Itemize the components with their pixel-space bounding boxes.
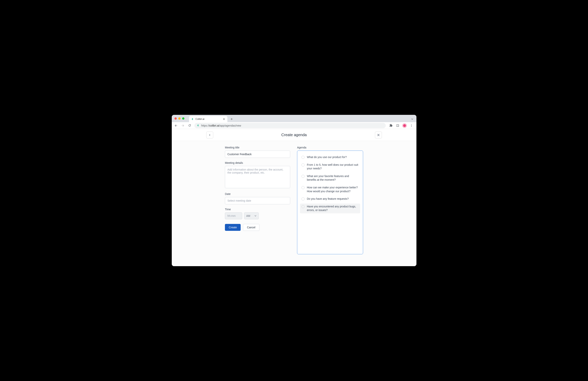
page-close-button[interactable] xyxy=(375,132,382,138)
agenda-item[interactable]: Do you have any feature requests? xyxy=(300,196,360,202)
agenda-item-text: From 1 to 5, how well does our product s… xyxy=(307,163,359,171)
agenda-column: Agenda What do you use our product for?F… xyxy=(297,146,363,254)
browser-window: Colibri.ai https://colibri.ai/app/agenda… xyxy=(172,115,417,266)
create-button[interactable]: Create xyxy=(225,224,241,231)
window-controls xyxy=(174,117,184,120)
date-label: Date xyxy=(225,192,290,196)
panel-icon[interactable] xyxy=(396,124,399,128)
agenda-item[interactable]: Have you encountered any product bugs, e… xyxy=(300,203,360,213)
extension-icons xyxy=(388,123,415,128)
agenda-item-radio[interactable] xyxy=(301,163,305,166)
meeting-details-label: Meeting details xyxy=(225,161,290,164)
agenda-item-radio[interactable] xyxy=(301,156,305,159)
agenda-item[interactable]: What are your favorite features and bene… xyxy=(300,173,360,183)
am-pm-value: AM xyxy=(246,214,250,217)
page-title: Create agenda xyxy=(281,133,307,137)
nav-back-button[interactable] xyxy=(174,123,178,128)
browser-toolbar: https://colibri.ai/app/agendas/new xyxy=(172,122,417,129)
url-favicon xyxy=(197,124,200,127)
agenda-item-radio[interactable] xyxy=(301,205,305,208)
svg-point-2 xyxy=(411,124,412,125)
colibri-favicon xyxy=(191,117,194,121)
svg-rect-0 xyxy=(397,124,399,127)
agenda-label: Agenda xyxy=(297,146,363,149)
agenda-item-text: What are your favorite features and bene… xyxy=(307,174,359,182)
form-container: Meeting title Meeting details Date Time xyxy=(223,146,365,254)
page-header: Create agenda xyxy=(172,129,417,141)
agenda-item[interactable]: What do you use our product for? xyxy=(300,154,360,160)
meeting-title-input[interactable] xyxy=(225,151,290,158)
meeting-details-field-group: Meeting details xyxy=(225,161,290,189)
button-row: Create Cancel xyxy=(225,224,290,231)
agenda-item-text: Do you have any feature requests? xyxy=(307,197,349,201)
chevron-down-icon xyxy=(254,215,257,217)
agenda-item-radio[interactable] xyxy=(301,175,305,178)
svg-point-4 xyxy=(411,126,412,127)
nav-forward-button[interactable] xyxy=(181,123,185,128)
browser-tab[interactable]: Colibri.ai xyxy=(189,116,227,122)
meeting-title-label: Meeting title xyxy=(225,146,290,149)
extensions-icon[interactable] xyxy=(389,124,393,128)
agenda-item-radio[interactable] xyxy=(301,186,305,189)
nav-reload-button[interactable] xyxy=(188,123,192,128)
form-left-column: Meeting title Meeting details Date Time xyxy=(225,146,290,254)
window-maximize-button[interactable] xyxy=(182,117,184,120)
browser-tab-strip: Colibri.ai xyxy=(172,115,417,122)
url-text: https://colibri.ai/app/agendas/new xyxy=(201,124,241,127)
agenda-item-text: Have you encountered any product bugs, e… xyxy=(307,205,359,212)
agenda-item[interactable]: How can we make your experience better? … xyxy=(300,184,360,194)
agenda-item-text: How can we make your experience better? … xyxy=(307,186,359,193)
time-field-group: Time AM xyxy=(225,208,290,219)
profile-avatar[interactable] xyxy=(402,123,407,128)
time-label: Time xyxy=(225,208,290,211)
cancel-button[interactable]: Cancel xyxy=(243,224,259,231)
browser-menu-icon[interactable] xyxy=(410,124,413,128)
new-tab-button[interactable] xyxy=(229,116,234,122)
tab-close-icon[interactable] xyxy=(222,117,226,121)
window-minimize-button[interactable] xyxy=(178,117,181,120)
page-back-button[interactable] xyxy=(206,132,213,138)
agenda-box[interactable]: What do you use our product for?From 1 t… xyxy=(297,151,363,254)
tabs-dropdown-icon[interactable] xyxy=(410,117,414,121)
date-field-group: Date xyxy=(225,192,290,204)
time-input[interactable] xyxy=(225,212,242,219)
am-pm-select[interactable]: AM xyxy=(244,212,259,219)
agenda-item-text: What do you use our product for? xyxy=(307,155,347,159)
date-input[interactable] xyxy=(225,197,290,204)
agenda-item[interactable]: From 1 to 5, how well does our product s… xyxy=(300,162,360,172)
tab-title: Colibri.ai xyxy=(196,118,221,120)
svg-point-3 xyxy=(411,125,412,126)
url-bar[interactable]: https://colibri.ai/app/agendas/new xyxy=(194,123,386,128)
window-close-button[interactable] xyxy=(174,117,177,120)
meeting-details-input[interactable] xyxy=(225,166,290,188)
agenda-item-radio[interactable] xyxy=(301,197,305,201)
meeting-title-field-group: Meeting title xyxy=(225,146,290,158)
page-content: Create agenda Meeting title Meeting deta… xyxy=(172,129,417,266)
